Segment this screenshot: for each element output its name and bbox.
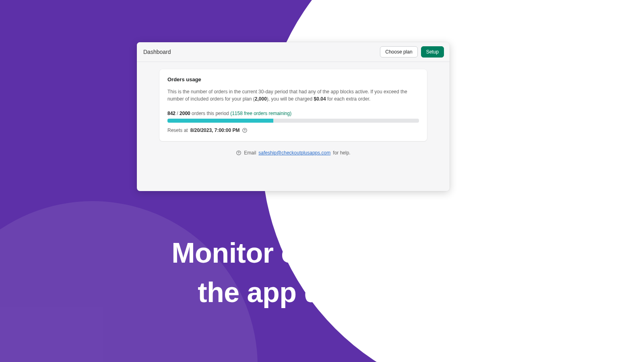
usage-sep: / bbox=[175, 111, 180, 116]
page-title: Dashboard bbox=[143, 49, 171, 55]
help-line: Email safeship@checkoutplusapps.com for … bbox=[159, 150, 427, 156]
svg-point-1 bbox=[245, 131, 245, 132]
help-icon bbox=[236, 150, 242, 156]
hero-line-2: the app dashboard bbox=[0, 273, 644, 312]
progress-bar bbox=[167, 119, 419, 123]
period-label: orders this period bbox=[190, 111, 230, 116]
setup-button[interactable]: Setup bbox=[421, 46, 444, 58]
overage-rate: $0.04 bbox=[314, 96, 326, 102]
reset-label: Resets at bbox=[167, 128, 188, 133]
orders-usage-card: Orders usage This is the number of order… bbox=[159, 69, 427, 141]
progress-bar-fill bbox=[167, 119, 273, 123]
card-description: This is the number of orders in the curr… bbox=[167, 88, 419, 103]
titlebar: Dashboard Choose plan Setup bbox=[137, 42, 450, 62]
help-email-link[interactable]: safeship@checkoutplusapps.com bbox=[258, 150, 330, 156]
used-count: 842 bbox=[167, 111, 175, 116]
remaining-label: (1158 free orders remaining) bbox=[230, 111, 291, 116]
dashboard-window: Dashboard Choose plan Setup Orders usage… bbox=[137, 42, 450, 191]
usage-line: 842 / 2000 orders this period (1158 free… bbox=[167, 111, 419, 116]
title-actions: Choose plan Setup bbox=[380, 46, 444, 58]
card-heading: Orders usage bbox=[167, 76, 419, 82]
reset-at: 8/20/2023, 7:00:00 PM bbox=[190, 128, 240, 133]
svg-point-3 bbox=[239, 154, 239, 154]
body-area: Orders usage This is the number of order… bbox=[137, 62, 450, 156]
hero-caption: Monitor order usage in the app dashboard bbox=[0, 233, 644, 312]
total-count: 2000 bbox=[180, 111, 190, 116]
help-suffix: for help. bbox=[333, 150, 350, 156]
plan-limit: 2,000 bbox=[255, 96, 267, 102]
hero-line-1: Monitor order usage in bbox=[0, 233, 644, 273]
help-icon[interactable] bbox=[242, 128, 248, 133]
choose-plan-button[interactable]: Choose plan bbox=[380, 46, 417, 58]
desc-text-mid: ), you will be charged bbox=[267, 96, 314, 102]
desc-text-suffix: for each extra order. bbox=[326, 96, 371, 102]
reset-line: Resets at 8/20/2023, 7:00:00 PM bbox=[167, 128, 419, 133]
help-prefix: Email bbox=[244, 150, 256, 156]
